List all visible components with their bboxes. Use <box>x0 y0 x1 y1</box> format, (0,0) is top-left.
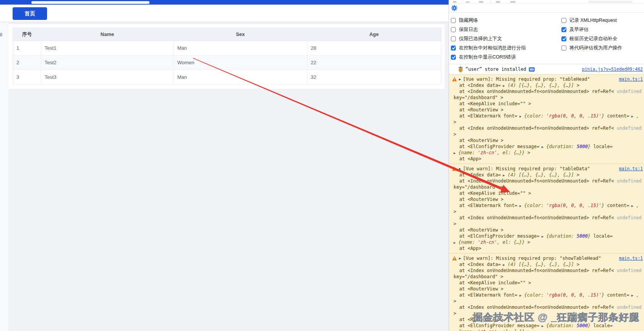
stack-segment: > <box>454 119 456 125</box>
stack-segment: 'rgba(0, 0, 0, .15)' <box>546 292 602 298</box>
expand-triangle-icon[interactable]: ▶ <box>540 324 544 328</box>
checkbox-label: 根据历史记录自动补全 <box>569 36 617 42</box>
checkbox[interactable] <box>451 55 456 60</box>
toolbar-icon[interactable] <box>479 1 483 3</box>
table-cell: Test1 <box>41 41 174 55</box>
expand-triangle-icon[interactable]: ▶ <box>540 145 544 149</box>
source-link[interactable]: main.ts:1 <box>619 76 644 82</box>
checkbox[interactable] <box>451 46 456 51</box>
source-link[interactable]: main.ts:1 <box>619 255 644 261</box>
stack-line: at <Index data= ▶ (4) [{…}, {…}, {…}, {…… <box>449 261 644 267</box>
stack-segment: undefined <box>617 89 642 94</box>
stack-segment: > <box>574 83 579 88</box>
checkbox[interactable] <box>451 36 456 41</box>
checkbox[interactable] <box>561 18 566 23</box>
stack-segment: {color: <box>522 203 546 208</box>
checkbox[interactable] <box>561 27 566 32</box>
settings-col-left: 隐藏网络保留日志仅限已选择的上下文在控制台中对相似消息进行分组在控制台中显示CO… <box>449 16 559 62</box>
stack-segment: > <box>525 329 530 331</box>
warning-text: [Vue warn]: Missing required prop: "tabl… <box>463 166 590 172</box>
stack-segment: at <ElConfigProvider message= <box>459 323 540 328</box>
table-cell: 22 <box>307 55 441 70</box>
stack-segment: at <KeepAlive include="" > <box>459 101 531 106</box>
checkbox[interactable] <box>451 18 456 23</box>
stack-line: > <box>449 298 644 304</box>
expand-triangle-icon[interactable]: ▶ <box>629 293 633 297</box>
stack-line: at <Index onVnodeUnmounted=fn<onVnodeUnm… <box>449 88 644 95</box>
stack-line: at <ElWatermark font= ▶ {color: 'rgba(0,… <box>449 113 644 119</box>
home-button[interactable]: 首页 <box>13 7 47 20</box>
warning-text: [Vue warn]: Missing required prop: "show… <box>463 255 601 261</box>
expand-triangle-icon[interactable]: ▶ <box>517 293 522 297</box>
checkbox-label: 在控制台中显示CORS错误 <box>459 54 516 60</box>
stack-segment: {color: <box>522 292 546 298</box>
checkbox[interactable] <box>561 36 566 41</box>
console-settings-row <box>449 3 644 13</box>
stack-segment: at <App> <box>459 246 481 251</box>
expand-triangle-icon[interactable]: ▶ <box>501 263 505 267</box>
expand-triangle-icon[interactable]: ▶ <box>629 204 633 208</box>
console-message-line: “user” store installedpinia.js?v=51eded0… <box>449 66 644 72</box>
stack-line: at <ElConfigProvider message= ▶ {duratio… <box>449 233 644 239</box>
stack-segment: at <Index data= <box>459 262 501 267</box>
stack-segment: (4) [{…}, {…}, {…}, {…}] <box>505 262 574 267</box>
expand-triangle-icon[interactable]: ▶ <box>459 166 461 172</box>
settings-checkbox-row: 在控制台中对相似消息进行分组 <box>449 43 559 52</box>
table-cell: Women <box>174 55 307 70</box>
settings-checkbox-row: 隐藏网络 <box>449 16 559 25</box>
stack-line: at <KeepAlive include="" > <box>449 190 644 196</box>
stack-segment: at <RouterView > <box>459 197 504 202</box>
eye-icon[interactable] <box>496 1 500 3</box>
stack-line: ▶ {name: 'zh-cn', el: {…}} > <box>449 239 644 245</box>
expand-triangle-icon[interactable]: ▶ <box>501 84 505 88</box>
stack-segment: locale= <box>590 144 613 149</box>
stack-segment: at <Index onVnodeUnmounted=fn<onVnodeUnm… <box>459 89 617 94</box>
source-link[interactable]: pinia.js?v=51eded09:462 <box>582 66 644 72</box>
stack-line: at <RouterView > <box>449 107 644 113</box>
expand-triangle-icon[interactable]: ▶ <box>459 255 461 261</box>
stack-segment: , <box>633 113 639 119</box>
stack-segment: 5000 <box>577 144 588 149</box>
source-link[interactable]: main.ts:1 <box>619 166 644 172</box>
stack-segment: 5000 <box>577 323 588 328</box>
toolbar-divider <box>490 0 491 3</box>
stack-line: at <KeepAlive include="" > <box>449 280 644 286</box>
table-body: 1Test1Man282Test2Women223Test3Man32 <box>13 41 441 85</box>
expand-triangle-icon[interactable]: ▶ <box>629 114 633 118</box>
console-warning: ▶[Vue warn]: Missing required prop: "sho… <box>449 253 644 331</box>
stack-segment: undefined <box>617 126 642 131</box>
stack-segment: 'zh-cn' <box>478 150 497 155</box>
stack-line: at <RouterView > <box>449 137 644 143</box>
stack-line: key="/dashboard" > <box>449 95 644 101</box>
stack-segment: , el: {…}} <box>497 150 525 155</box>
toolbar-icon[interactable] <box>510 1 516 3</box>
clear-console-icon[interactable] <box>453 1 457 3</box>
filter-icon[interactable] <box>466 2 470 3</box>
filter-input[interactable] <box>589 1 633 3</box>
app-header: 首页 <box>0 5 449 22</box>
stack-segment: at <ElConfigProvider message= <box>459 233 540 239</box>
table-cell: Test3 <box>41 70 174 85</box>
warning-header-line: ▶[Vue warn]: Missing required prop: "tab… <box>449 76 644 82</box>
stack-line: at <RouterView > <box>449 227 644 233</box>
stack-segment: > <box>525 240 530 245</box>
expand-triangle-icon[interactable]: ▶ <box>517 204 522 208</box>
stack-segment: > <box>454 311 456 316</box>
stack-line: > <box>449 221 644 227</box>
stack-line: > <box>449 131 644 137</box>
stack-segment: {name: <box>455 150 478 155</box>
checkbox-label: 保留日志 <box>459 26 478 33</box>
expand-triangle-icon[interactable]: ▶ <box>517 114 522 118</box>
expand-triangle-icon[interactable]: ▶ <box>501 173 505 177</box>
stack-segment: > <box>454 132 456 137</box>
expand-triangle-icon[interactable]: ▶ <box>540 235 544 238</box>
table-cell: 1 <box>13 41 41 55</box>
checkbox[interactable] <box>451 27 456 32</box>
stack-segment: locale= <box>590 233 613 239</box>
stack-segment: , el: {…}} <box>497 240 525 245</box>
checkbox[interactable] <box>561 46 566 51</box>
stack-segment: undefined <box>617 268 642 273</box>
gear-icon[interactable] <box>451 5 457 11</box>
expand-triangle-icon[interactable]: ▶ <box>459 76 461 82</box>
table-row: 2Test2Women22 <box>13 55 441 70</box>
